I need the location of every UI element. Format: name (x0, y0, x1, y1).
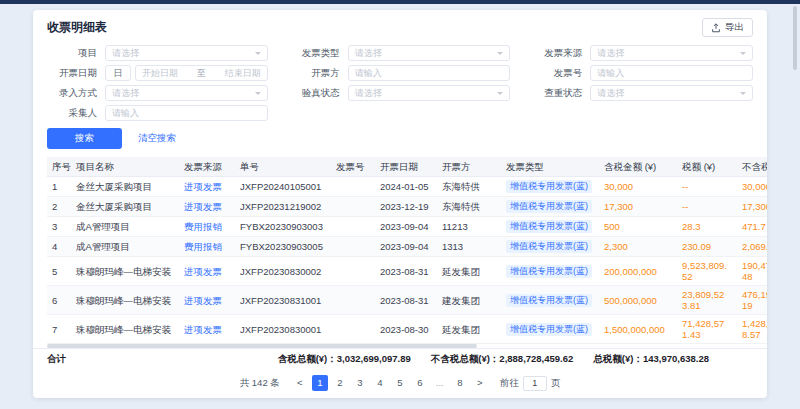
issuer-input[interactable] (348, 65, 511, 81)
cell-type: 增值税专用发票(蓝) (501, 177, 599, 197)
cell-date: 2023-09-04 (375, 237, 437, 257)
collector-input[interactable] (105, 105, 268, 121)
cell-issuer: 延发集团 (437, 257, 501, 286)
cell-no: 4 (47, 237, 71, 257)
invoice-no-input[interactable] (590, 65, 753, 81)
page-button-8[interactable]: 8 (452, 375, 468, 391)
cell-source: 进项发票 (179, 177, 235, 197)
cell-amount: 500 (599, 217, 677, 237)
total-tax-value: 143,970,638.28 (643, 353, 709, 364)
verify-status-select[interactable]: 请选择 (348, 85, 511, 101)
cell-type: 增值税专用发票(蓝) (501, 217, 599, 237)
pagination-total: 共 142 条 (240, 377, 280, 390)
cell-no: 3 (47, 217, 71, 237)
goto-page: 前往 页 (500, 376, 561, 391)
cell-tax: 28.3 (677, 217, 737, 237)
cell-type: 增值税专用发票(蓝) (501, 237, 599, 257)
cell-amount: 30,000 (599, 177, 677, 197)
cell-net: 190,476,190.48 (737, 257, 767, 286)
date-range-picker[interactable]: 开始日期 至 结束日期 (135, 65, 268, 81)
column-header: 开票日期 (375, 157, 437, 177)
cell-order_no: JXFP20230830001 (235, 315, 331, 344)
search-button[interactable]: 搜索 (47, 128, 122, 149)
column-header: 发票类型 (501, 157, 599, 177)
cell-issuer: 延发集团 (437, 315, 501, 344)
table-row: 7珠穆朗玛峰—电梯安装进项发票JXFP202308300012023-08-30… (47, 315, 767, 344)
cell-order_no: JXFP20240105001 (235, 177, 331, 197)
chevron-down-icon (497, 92, 503, 98)
cell-project: 珠穆朗玛峰—电梯安装 (71, 286, 179, 315)
cell-project: 珠穆朗玛峰—电梯安装 (71, 315, 179, 344)
cell-amount: 2,300 (599, 237, 677, 257)
page-button-2[interactable]: 2 (332, 375, 348, 391)
page-button-6[interactable]: 6 (412, 375, 428, 391)
cell-date: 2023-08-31 (375, 286, 437, 315)
column-header: 开票方 (437, 157, 501, 177)
dup-status-select-placeholder: 请选择 (597, 87, 624, 100)
entry-method-select[interactable]: 请选择 (105, 85, 268, 101)
date-mode-value: 日 (114, 67, 123, 80)
page-button-3[interactable]: 3 (352, 375, 368, 391)
page-button-4[interactable]: 4 (372, 375, 388, 391)
filter-entry-method: 录入方式 请选择 (47, 85, 268, 101)
invoice-source-select[interactable]: 请选择 (590, 45, 753, 61)
cell-tax: -- (677, 197, 737, 217)
filter-issuer-label: 开票方 (290, 67, 340, 80)
invoice-type-badge: 增值税专用发票(蓝) (506, 294, 592, 307)
cell-date: 2024-01-05 (375, 177, 437, 197)
cell-type: 增值税专用发票(蓝) (501, 257, 599, 286)
page-button-5[interactable]: 5 (392, 375, 408, 391)
cell-issuer: 东海特供 (437, 177, 501, 197)
entry-method-select-placeholder: 请选择 (112, 87, 139, 100)
next-page-button[interactable]: > (472, 375, 488, 391)
filter-collector: 采集人 (47, 105, 268, 121)
filter-verify-status-label: 验真状态 (290, 87, 340, 100)
clear-search-button[interactable]: 清空搜索 (132, 128, 182, 149)
invoice-type-badge: 增值税专用发票(蓝) (506, 323, 592, 336)
cell-amount: 1,500,000,000 (599, 315, 677, 344)
goto-page-input[interactable] (523, 376, 547, 391)
horizontal-scrollbar[interactable] (47, 344, 765, 348)
page-ellipsis[interactable]: ... (432, 375, 448, 391)
vertical-scrollbar[interactable] (793, 6, 797, 70)
table-body: 1金丝大厦采购项目进项发票JXFP202401050012024-01-05东海… (47, 177, 767, 345)
cell-order_no: FYBX20230903003 (235, 217, 331, 237)
cell-amount: 200,000,000 (599, 257, 677, 286)
cell-date: 2023-12-19 (375, 197, 437, 217)
filter-project-label: 项目 (47, 47, 97, 60)
cell-no: 2 (47, 197, 71, 217)
top-navbar (0, 0, 800, 4)
cell-source: 进项发票 (179, 197, 235, 217)
total-excl-tax-value: 2,888,728,459.62 (499, 353, 573, 364)
horizontal-scrollbar-thumb[interactable] (47, 344, 477, 348)
invoice-table: 序号项目名称发票来源单号发票号开票日期开票方发票类型含税金额 (¥)税额 (¥)… (47, 157, 767, 344)
cell-no: 1 (47, 177, 71, 197)
filter-issuer: 开票方 (290, 65, 511, 81)
dup-status-select[interactable]: 请选择 (590, 85, 753, 101)
column-header: 项目名称 (71, 157, 179, 177)
cell-type: 增值税专用发票(蓝) (501, 197, 599, 217)
page-button-1[interactable]: 1 (312, 375, 328, 391)
cell-invoice_no (331, 197, 375, 217)
invoice-type-select[interactable]: 请选择 (348, 45, 511, 61)
cell-invoice_no (331, 315, 375, 344)
cell-date: 2023-09-04 (375, 217, 437, 237)
cell-project: 成A管理项目 (71, 237, 179, 257)
cell-net: 30,000 (737, 177, 767, 197)
cell-source: 费用报销 (179, 237, 235, 257)
cell-issuer: 11213 (437, 217, 501, 237)
date-mode-select[interactable]: 日 (105, 65, 131, 81)
project-select[interactable]: 请选择 (105, 45, 268, 61)
cell-project: 金丝大厦采购项目 (71, 177, 179, 197)
filter-invoice-no: 发票号 (532, 65, 753, 81)
filter-invoice-date-label: 开票日期 (47, 67, 97, 80)
cell-project: 金丝大厦采购项目 (71, 197, 179, 217)
prev-page-button[interactable]: < (292, 375, 308, 391)
cell-issuer: 建发集团 (437, 286, 501, 315)
export-button[interactable]: 导出 (702, 18, 753, 37)
invoice-type-badge: 增值税专用发票(蓝) (506, 240, 592, 253)
invoice-detail-card: 收票明细表 导出 项目 请选择 发票类型 请选择 发票来源 请 (33, 10, 767, 398)
filter-dup-status: 查重状态 请选择 (532, 85, 753, 101)
project-select-placeholder: 请选择 (112, 47, 139, 60)
total-incl-tax: 含税总额(¥)：3,032,699,097.89 (278, 353, 411, 366)
